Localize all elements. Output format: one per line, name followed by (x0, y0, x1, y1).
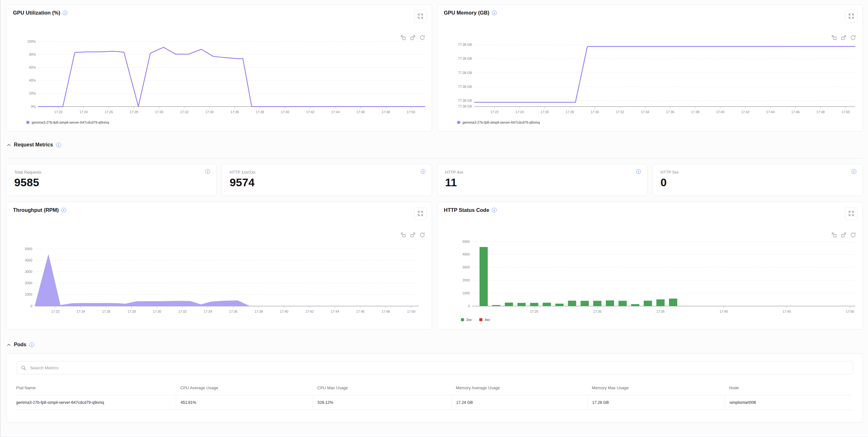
legend-label: gemma3-27b-fp8-simpli-server-647cdcd79-q… (32, 121, 109, 124)
refresh-icon[interactable] (419, 34, 426, 41)
table-header-row: Pod Name CPU Average Usage CPU Max Usage… (16, 382, 853, 395)
stat-card-total-requests: Total Requests 9585 (6, 164, 217, 196)
info-icon[interactable] (56, 143, 61, 147)
request-metrics-section-header: Request Metrics (7, 142, 61, 148)
expand-button[interactable] (414, 207, 427, 220)
svg-text:77.38 GB: 77.38 GB (458, 99, 472, 102)
svg-text:60%: 60% (29, 65, 36, 69)
svg-text:77.38 GB: 77.38 GB (458, 104, 472, 108)
svg-text:17:32: 17:32 (178, 310, 187, 313)
stat-card-http-5xx: HTTP 5xx 0 (653, 164, 863, 196)
svg-text:17:44: 17:44 (331, 310, 339, 313)
zoom-out-icon[interactable] (840, 34, 847, 41)
svg-text:17:36: 17:36 (229, 310, 237, 313)
zoom-in-icon[interactable] (831, 34, 837, 41)
zoom-in-icon[interactable] (400, 232, 406, 238)
svg-text:17:32: 17:32 (616, 110, 624, 114)
collapse-chevron-icon[interactable] (7, 144, 11, 146)
zoom-out-icon[interactable] (410, 232, 416, 238)
expand-button[interactable] (845, 207, 858, 220)
refresh-icon[interactable] (850, 34, 856, 41)
svg-text:17:50: 17:50 (846, 310, 854, 313)
svg-text:17:48: 17:48 (381, 310, 390, 313)
search-input[interactable] (29, 365, 848, 371)
gpu-utilization-chart[interactable]: 0%20%40%60%80%100%17:2217:2417:2617:2817… (7, 5, 432, 132)
svg-text:0%: 0% (31, 105, 36, 108)
svg-text:17:45: 17:45 (783, 310, 791, 313)
stat-value: 11 (445, 176, 457, 189)
gpu-utilization-title: GPU Utilization (%) (13, 10, 60, 16)
expand-button[interactable] (414, 10, 427, 23)
svg-text:17:50: 17:50 (407, 310, 415, 313)
svg-text:3000: 3000 (462, 265, 470, 269)
svg-text:17:22: 17:22 (51, 310, 59, 313)
gpu-memory-chart[interactable]: 77.38 GB77.38 GB77.38 GB77.38 GB77.38 GB… (437, 5, 863, 132)
svg-text:20%: 20% (29, 91, 36, 95)
stat-value: 0 (660, 176, 667, 189)
zoom-in-icon[interactable] (831, 232, 837, 238)
zoom-in-icon[interactable] (400, 34, 406, 41)
legend-label: 2xx (466, 318, 472, 321)
svg-text:17:26: 17:26 (105, 110, 113, 114)
svg-text:17:26: 17:26 (102, 310, 111, 313)
table-row[interactable]: gemma3-27b-fp8-simpli-server-647cdcd79-q… (16, 395, 853, 410)
stat-label: Total Requests (14, 170, 41, 175)
pods-card: Pod Name CPU Average Usage CPU Max Usage… (6, 353, 863, 423)
memory-max-usage-cell: 17.28 GB (587, 395, 725, 410)
expand-button[interactable] (845, 10, 858, 23)
legend-item[interactable]: gemma3-27b-fp8-simpli-server-647cdcd79-q… (26, 121, 109, 124)
node-cell: simplismart006 (725, 395, 853, 410)
svg-text:17:28: 17:28 (127, 310, 136, 313)
svg-text:17:24: 17:24 (516, 110, 524, 114)
svg-text:4000: 4000 (25, 258, 33, 262)
zoom-out-icon[interactable] (840, 232, 847, 238)
legend-item-4xx[interactable]: 4xx (479, 318, 490, 321)
column-header: CPU Average Usage (176, 382, 313, 395)
info-icon[interactable] (29, 342, 34, 347)
chart-toolbox (831, 232, 856, 238)
svg-text:17:44: 17:44 (766, 110, 774, 114)
svg-text:1000: 1000 (25, 292, 33, 296)
throughput-title: Throughput (RPM) (13, 207, 59, 213)
chart-legend: gemma3-27b-fp8-simpli-server-647cdcd79-q… (26, 121, 109, 124)
legend-label: 4xx (485, 318, 490, 321)
info-icon[interactable] (63, 10, 67, 15)
info-icon[interactable] (636, 169, 641, 174)
svg-text:17:40: 17:40 (281, 110, 289, 114)
chart-toolbox (400, 34, 426, 41)
http-status-code-panel: HTTP Status Code 01000200030004000500017… (437, 202, 863, 330)
legend-item[interactable]: gemma3-27b-fp8-simpli-server-647cdcd79-q… (457, 121, 540, 124)
svg-text:17:46: 17:46 (792, 110, 800, 114)
legend-marker-icon (457, 121, 460, 124)
zoom-out-icon[interactable] (410, 34, 416, 41)
svg-text:17:38: 17:38 (691, 110, 699, 114)
stat-label: HTTP 4xx (445, 170, 463, 175)
chart-toolbox (400, 232, 426, 238)
section-title: Request Metrics (14, 142, 53, 148)
stat-card-http-4xx: HTTP 4xx 11 (437, 164, 648, 196)
svg-text:17:40: 17:40 (716, 110, 724, 114)
info-icon[interactable] (205, 169, 210, 174)
info-icon[interactable] (492, 208, 497, 213)
http-status-code-chart[interactable]: 01000200030004000500017:2517:3017:3517:4… (437, 202, 863, 330)
svg-text:17:48: 17:48 (381, 110, 390, 114)
cpu-max-usage-cell: 526.12% (313, 395, 452, 410)
refresh-icon[interactable] (850, 232, 856, 238)
info-icon[interactable] (421, 169, 426, 174)
svg-text:17:44: 17:44 (331, 110, 339, 114)
refresh-icon[interactable] (419, 232, 426, 238)
info-icon[interactable] (61, 208, 66, 213)
legend-marker-icon (479, 318, 483, 321)
svg-text:17:42: 17:42 (305, 310, 313, 313)
svg-text:17:28: 17:28 (566, 110, 574, 114)
info-icon[interactable] (851, 169, 856, 174)
column-header: Memory Max Usage (587, 382, 725, 395)
section-title: Pods (14, 342, 26, 347)
legend-item-2xx[interactable]: 2xx (461, 318, 472, 321)
svg-text:17:40: 17:40 (280, 310, 288, 313)
collapse-chevron-icon[interactable] (7, 344, 11, 346)
svg-text:17:30: 17:30 (155, 110, 163, 114)
info-icon[interactable] (492, 10, 497, 15)
throughput-chart[interactable]: 01000200030004000500017:2217:2417:2617:2… (7, 202, 432, 330)
svg-text:17:38: 17:38 (255, 310, 263, 313)
